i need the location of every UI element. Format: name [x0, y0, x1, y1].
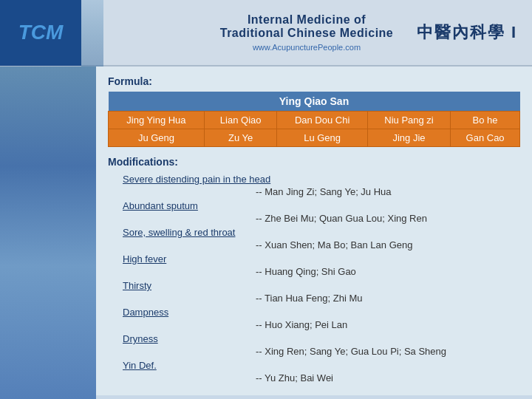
- formula-label: Formula:: [108, 75, 520, 87]
- mod-condition-7[interactable]: Yin Def.: [123, 360, 520, 371]
- header-url: www.AcupuncturePeople.com: [253, 43, 361, 52]
- mod-herbs-4: -- Tian Hua Feng; Zhi Mu: [256, 293, 520, 304]
- mod-herbs-6: -- Xing Ren; Sang Ye; Gua Lou Pi; Sa She…: [256, 346, 520, 357]
- header: TCM Internal Medicine of Traditional Chi…: [0, 0, 532, 66]
- mod-row-3: High fever -- Huang Qing; Shi Gao: [108, 253, 520, 277]
- formula-cell-r2c5: Gan Cao: [451, 129, 520, 147]
- mod-row-2: Sore, swelling & red throat -- Xuan Shen…: [108, 227, 520, 250]
- main-content: Formula: Ying Qiao San Jing Ying Hua Lia…: [96, 66, 532, 395]
- mod-row-4: Thirsty -- Tian Hua Feng; Zhi Mu: [108, 280, 520, 304]
- mod-condition-5[interactable]: Dampness: [123, 307, 520, 318]
- formula-cell-r1c5: Bo he: [451, 112, 520, 129]
- mod-herbs-1: -- Zhe Bei Mu; Quan Gua Lou; Xing Ren: [256, 213, 520, 224]
- mod-row-7: Yin Def. -- Yu Zhu; Bai Wei: [108, 360, 520, 383]
- mod-herbs-0: -- Man Jing Zi; Sang Ye; Ju Hua: [256, 186, 520, 197]
- formula-row-2: Ju Geng Zu Ye Lu Geng Jing Jie Gan Cao: [109, 129, 520, 147]
- left-decorative-panel: [0, 66, 96, 399]
- formula-cell-r2c4: Jing Jie: [367, 129, 450, 147]
- formula-table-title: Ying Qiao San: [109, 92, 520, 112]
- formula-cell-r2c1: Ju Geng: [109, 129, 205, 147]
- mod-condition-4[interactable]: Thirsty: [123, 280, 520, 291]
- mod-condition-2[interactable]: Sore, swelling & red throat: [123, 227, 520, 238]
- mod-herbs-2: -- Xuan Shen; Ma Bo; Ban Lan Geng: [256, 239, 520, 250]
- mod-condition-6[interactable]: Dryness: [123, 333, 520, 344]
- formula-cell-r1c1: Jing Ying Hua: [109, 112, 205, 129]
- tcm-logo-text: TCM: [18, 21, 64, 44]
- mod-condition-3[interactable]: High fever: [123, 253, 520, 265]
- mod-row-6: Dryness -- Xing Ren; Sang Ye; Gua Lou Pi…: [108, 333, 520, 357]
- mod-row-0: Severe distending pain in the head -- Ma…: [108, 174, 520, 197]
- mod-condition-0[interactable]: Severe distending pain in the head: [123, 174, 520, 185]
- formula-table: Ying Qiao San Jing Ying Hua Lian Qiao Da…: [108, 92, 520, 147]
- formula-row-1: Jing Ying Hua Lian Qiao Dan Dou Chi Niu …: [109, 112, 520, 129]
- mod-herbs-7: -- Yu Zhu; Bai Wei: [256, 372, 520, 383]
- mod-herbs-5: -- Huo Xiang; Pei Lan: [256, 319, 520, 330]
- formula-cell-r1c2: Lian Qiao: [204, 112, 276, 129]
- modifications-label: Modifications:: [108, 156, 520, 168]
- mod-condition-1[interactable]: Abundant sputum: [123, 200, 520, 211]
- mod-herbs-3: -- Huang Qing; Shi Gao: [256, 266, 520, 277]
- mod-row-1: Abundant sputum -- Zhe Bei Mu; Quan Gua …: [108, 200, 520, 224]
- mod-row-5: Dampness -- Huo Xiang; Pei Lan: [108, 307, 520, 330]
- tcm-logo: TCM: [0, 0, 81, 66]
- formula-cell-r2c2: Zu Ye: [204, 129, 276, 147]
- formula-cell-r1c4: Niu Pang zi: [367, 112, 450, 129]
- header-title-line2: Traditional Chinese Medicine: [220, 27, 394, 40]
- header-title-line1: Internal Medicine of: [248, 13, 366, 27]
- header-chinese-title: 中醫內科學 I: [417, 21, 517, 44]
- formula-cell-r1c3: Dan Dou Chi: [277, 112, 368, 129]
- formula-cell-r2c3: Lu Geng: [277, 129, 368, 147]
- modifications-section: Severe distending pain in the head -- Ma…: [108, 174, 520, 386]
